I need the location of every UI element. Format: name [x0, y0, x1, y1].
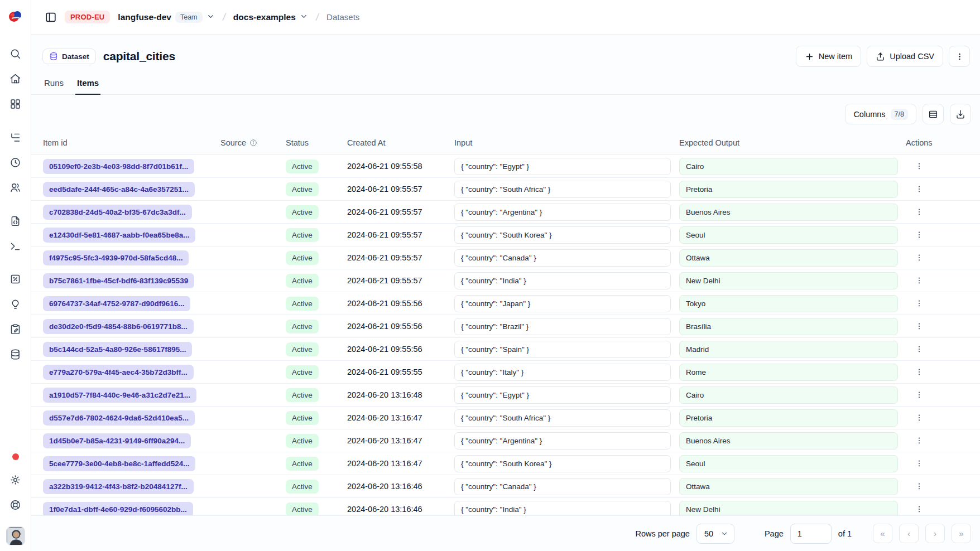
row-actions-button[interactable]: [912, 365, 926, 379]
row-actions-button[interactable]: [912, 182, 926, 196]
item-id-link[interactable]: d557e7d6-7802-4624-9da6-52d410ea5...: [43, 410, 195, 426]
expected-output-cell[interactable]: Brasília: [679, 318, 898, 335]
item-id-link[interactable]: 1d45b0e7-b85a-4231-9149-6ff90a294...: [43, 433, 191, 448]
expected-output-cell[interactable]: Madrid: [679, 341, 898, 358]
tab-items[interactable]: Items: [75, 74, 100, 95]
item-id-link[interactable]: a1910d57-7f84-440c-9e46-a31c2d7e21...: [43, 388, 196, 403]
expected-output-cell[interactable]: Ottawa: [679, 478, 898, 495]
page-number-input[interactable]: [790, 524, 832, 544]
langfuse-logo-icon[interactable]: [8, 9, 23, 25]
prompts-file-icon[interactable]: [7, 212, 25, 230]
prev-page-button[interactable]: ‹: [899, 524, 919, 543]
input-cell[interactable]: { "country": "South Korea" }: [454, 455, 671, 472]
last-page-button[interactable]: »: [952, 524, 971, 543]
input-cell[interactable]: { "country": "Canada" }: [454, 249, 671, 267]
row-actions-button[interactable]: [912, 411, 926, 424]
input-cell[interactable]: { "country": "Italy" }: [454, 364, 671, 381]
row-actions-button[interactable]: [912, 160, 926, 173]
expected-output-cell[interactable]: New Delhi: [679, 501, 898, 516]
input-cell[interactable]: { "country": "South Africa" }: [454, 409, 671, 427]
item-id-link[interactable]: 5cee7779-3e00-4eb8-be8c-1affedd524...: [43, 456, 195, 471]
item-id-link[interactable]: e12430df-5e81-4687-aabb-f0ea65be8a...: [43, 228, 195, 243]
input-cell[interactable]: { "country": "Egypt" }: [454, 386, 671, 404]
sessions-clock-icon[interactable]: [7, 153, 25, 171]
item-id-link[interactable]: b75c7861-1fbe-45cf-bdf6-83f139c95539: [43, 273, 194, 288]
input-cell[interactable]: { "country": "India" }: [454, 501, 671, 516]
dashboards-icon[interactable]: [7, 95, 25, 113]
expected-output-cell[interactable]: Cairo: [679, 158, 898, 175]
expected-output-cell[interactable]: New Delhi: [679, 272, 898, 289]
item-id-link[interactable]: c702838d-24d5-40a2-bf35-67dc3a3df...: [43, 205, 192, 220]
new-item-button[interactable]: New item: [796, 46, 861, 67]
tracing-icon[interactable]: [7, 128, 25, 146]
playground-terminal-icon[interactable]: [7, 237, 25, 255]
project-switcher[interactable]: docs-examples: [233, 12, 308, 22]
expected-output-cell[interactable]: Ottawa: [679, 249, 898, 267]
row-actions-button[interactable]: [912, 388, 926, 402]
item-id-link[interactable]: 69764737-34af-4752-9787-d90df9616...: [43, 296, 190, 311]
expected-output-cell[interactable]: Buenos Aires: [679, 432, 898, 450]
recording-status-icon[interactable]: [7, 448, 25, 466]
settings-gear-icon[interactable]: [7, 471, 25, 489]
input-cell[interactable]: { "country": "Canada" }: [454, 478, 671, 495]
input-cell[interactable]: { "country": "South Korea" }: [454, 226, 671, 244]
expected-output-cell[interactable]: Tokyo: [679, 295, 898, 312]
item-id-link[interactable]: de30d2e0-f5d9-4854-88b6-0619771b8...: [43, 319, 194, 334]
expected-output-cell[interactable]: Buenos Aires: [679, 204, 898, 221]
rows-per-page-select[interactable]: 50: [696, 524, 734, 544]
item-id-link[interactable]: eed5dafe-244f-465c-a84c-4a6e357251...: [43, 182, 195, 197]
org-switcher[interactable]: langfuse-dev Team: [118, 12, 214, 23]
support-lifebuoy-icon[interactable]: [7, 496, 25, 514]
tab-runs[interactable]: Runs: [42, 74, 65, 95]
llm-judge-lightbulb-icon[interactable]: [7, 295, 25, 313]
row-actions-button[interactable]: [912, 320, 926, 333]
row-actions-button[interactable]: [912, 274, 926, 287]
item-id-link[interactable]: 05109ef0-2e3b-4e03-98dd-8f7d01b61f...: [43, 159, 194, 174]
row-height-button[interactable]: [923, 104, 944, 124]
main-area: PROD-EU langfuse-dev Team / docs-example…: [31, 0, 980, 551]
expected-output-cell[interactable]: Seoul: [679, 455, 898, 472]
expected-output-cell[interactable]: Rome: [679, 364, 898, 381]
row-actions-button[interactable]: [912, 480, 926, 493]
user-avatar[interactable]: [6, 526, 25, 545]
item-id-link[interactable]: e779a270-579a-4f45-aec4-35b72d3bff...: [43, 365, 194, 380]
item-id-link[interactable]: a322b319-9412-4f43-b8f2-b20484127f...: [43, 479, 194, 494]
search-icon[interactable]: [7, 45, 25, 62]
item-id-link[interactable]: f4975c95-5fc3-4939-970d-58fa5cd48...: [43, 250, 189, 265]
created-at-value: 2024-06-21 09:55:57: [347, 276, 422, 285]
upload-csv-button[interactable]: Upload CSV: [867, 46, 943, 67]
row-actions-button[interactable]: [912, 457, 926, 470]
expected-output-cell[interactable]: Cairo: [679, 386, 898, 404]
expected-output-cell[interactable]: Pretoria: [679, 409, 898, 427]
input-cell[interactable]: { "country": "Egypt" }: [454, 158, 671, 175]
sidebar-toggle-icon[interactable]: [45, 11, 57, 23]
row-actions-button[interactable]: [912, 228, 926, 241]
input-cell[interactable]: { "country": "India" }: [454, 272, 671, 289]
item-id-link[interactable]: b5c144cd-52a5-4a80-926e-58617f895...: [43, 342, 192, 357]
input-cell[interactable]: { "country": "South Africa" }: [454, 181, 671, 198]
row-actions-button[interactable]: [912, 434, 926, 447]
annotation-clipboard-icon[interactable]: [7, 320, 25, 338]
row-actions-button[interactable]: [912, 251, 926, 264]
row-actions-button[interactable]: [912, 342, 926, 356]
next-page-button[interactable]: ›: [925, 524, 945, 543]
input-cell[interactable]: { "country": "Argentina" }: [454, 432, 671, 450]
export-download-button[interactable]: [950, 104, 971, 124]
home-icon[interactable]: [7, 70, 25, 88]
row-actions-button[interactable]: [912, 205, 926, 219]
input-cell[interactable]: { "country": "Japan" }: [454, 295, 671, 312]
input-cell[interactable]: { "country": "Brazil" }: [454, 318, 671, 335]
page-kebab-menu-button[interactable]: [949, 46, 970, 67]
input-cell[interactable]: { "country": "Argentina" }: [454, 204, 671, 221]
item-id-link[interactable]: 1f0e7da1-dbff-4e60-929d-f6095602bb...: [43, 502, 193, 516]
first-page-button[interactable]: «: [873, 524, 892, 543]
row-actions-button[interactable]: [912, 297, 926, 310]
expected-output-cell[interactable]: Seoul: [679, 226, 898, 244]
columns-button[interactable]: Columns 7/8: [845, 104, 916, 124]
users-icon[interactable]: [7, 178, 25, 196]
row-actions-button[interactable]: [912, 502, 926, 515]
evaluation-icon[interactable]: [7, 270, 25, 288]
expected-output-cell[interactable]: Pretoria: [679, 181, 898, 198]
input-cell[interactable]: { "country": "Spain" }: [454, 341, 671, 358]
datasets-database-icon[interactable]: [7, 345, 25, 363]
